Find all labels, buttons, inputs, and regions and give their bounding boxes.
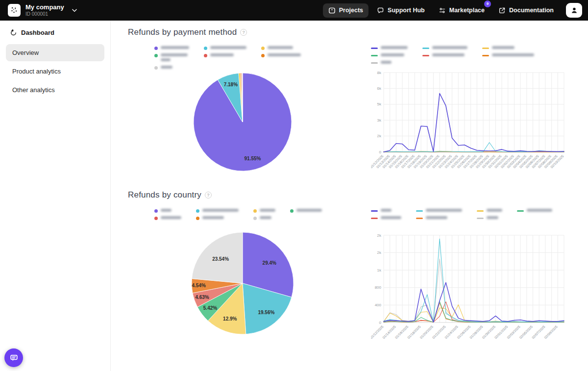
pie-legend-payment-method	[154, 46, 357, 71]
legend-item[interactable]	[154, 46, 189, 51]
svg-text:8k: 8k	[377, 71, 382, 75]
legend-item[interactable]	[204, 46, 246, 51]
chevron-down-icon[interactable]	[72, 9, 77, 12]
legend-label-redacted	[432, 53, 465, 58]
legend-marker-icon	[422, 55, 429, 56]
nav-marketplace[interactable]: Marketplace 9	[433, 3, 490, 18]
legend-label-redacted	[268, 46, 293, 51]
svg-text:19.56%: 19.56%	[258, 310, 274, 315]
company-id: ID 000001	[25, 11, 64, 17]
svg-text:7.18%: 7.18%	[224, 82, 238, 87]
legend-item[interactable]	[253, 216, 275, 221]
legend-label-redacted	[527, 209, 552, 214]
legend-item[interactable]	[416, 209, 462, 214]
marketplace-sliders-icon	[439, 7, 446, 14]
legend-item[interactable]	[371, 53, 408, 58]
legend-label-redacted	[161, 216, 181, 221]
svg-text:3k: 3k	[377, 118, 382, 123]
svg-text:0: 0	[379, 150, 382, 154]
svg-text:02/09/2025: 02/09/2025	[543, 325, 558, 340]
company-selector[interactable]: My company ID 000001	[25, 4, 64, 17]
help-icon[interactable]: ?	[205, 192, 212, 198]
legend-marker-icon	[371, 210, 378, 212]
legend-marker-icon	[371, 218, 378, 219]
legend-item[interactable]	[422, 53, 467, 58]
legend-label-redacted	[381, 209, 392, 214]
legend-label-redacted	[161, 53, 188, 63]
legend-label-redacted	[210, 53, 234, 58]
sidebar-item-product-analytics[interactable]: Product analytics	[6, 63, 104, 80]
legend-item[interactable]	[154, 53, 189, 63]
legend-marker-icon	[154, 66, 158, 70]
svg-text:29.4%: 29.4%	[263, 260, 276, 266]
legend-item[interactable]	[416, 216, 462, 221]
legend-item[interactable]	[371, 216, 401, 221]
legend-item[interactable]	[371, 61, 408, 66]
legend-item[interactable]	[477, 209, 502, 214]
legend-label-redacted	[202, 209, 239, 214]
legend-item[interactable]	[482, 53, 534, 58]
projects-icon	[328, 7, 336, 14]
legend-item[interactable]	[371, 46, 408, 51]
section-refunds-by-payment-method: Refunds by payment method ? 91.55%7.18% …	[128, 27, 588, 180]
legend-label-redacted	[381, 216, 401, 221]
svg-text:4.63%: 4.63%	[195, 295, 209, 300]
legend-marker-icon	[371, 48, 378, 49]
nav-documentation[interactable]: Documentation	[493, 3, 559, 18]
legend-marker-icon	[204, 54, 207, 57]
legend-item[interactable]	[196, 209, 239, 214]
country-pie-chart: 29.4%19.56%12.9%5.42%4.63%4.54%23.54%	[128, 231, 357, 335]
legend-item[interactable]	[196, 216, 239, 221]
legend-item[interactable]	[261, 53, 301, 58]
nav-support-hub[interactable]: Support Hub	[371, 3, 430, 18]
payment-method-line-chart: 02k3k5k6k8k01/12/202501/13/202501/14/202…	[371, 69, 569, 180]
nav-projects-label: Projects	[339, 7, 363, 14]
legend-label-redacted	[381, 53, 404, 58]
svg-text:91.55%: 91.55%	[245, 156, 261, 161]
legend-item[interactable]	[261, 46, 301, 51]
chat-widget-button[interactable]	[4, 348, 23, 367]
legend-item[interactable]	[154, 216, 181, 221]
company-logo[interactable]	[8, 4, 21, 17]
legend-marker-icon	[253, 217, 257, 220]
legend-item[interactable]	[477, 216, 502, 221]
sidebar: Dashboard Overview Product analytics Oth…	[0, 21, 111, 371]
sidebar-item-other-analytics[interactable]: Other analytics	[6, 81, 104, 99]
svg-text:800: 800	[375, 285, 382, 290]
legend-item[interactable]	[204, 53, 246, 58]
documentation-external-link-icon	[498, 7, 506, 14]
payment-method-pie-chart: 91.55%7.18%	[128, 72, 357, 173]
svg-text:2k: 2k	[377, 250, 382, 255]
legend-label-redacted	[210, 46, 246, 51]
legend-marker-icon	[196, 209, 199, 213]
sidebar-item-overview[interactable]: Overview	[6, 44, 104, 61]
svg-text:5.42%: 5.42%	[203, 305, 217, 311]
page-title-refunds-by-country: Refunds by country	[128, 190, 201, 200]
legend-item[interactable]	[253, 209, 275, 214]
legend-marker-icon	[482, 48, 489, 49]
nav-projects[interactable]: Projects	[323, 3, 368, 18]
svg-text:5k: 5k	[377, 102, 382, 106]
svg-text:6k: 6k	[377, 86, 382, 91]
legend-label-redacted	[260, 216, 271, 221]
sidebar-back-dashboard[interactable]: Dashboard	[6, 29, 104, 36]
legend-marker-icon	[204, 47, 207, 50]
svg-text:0: 0	[379, 321, 382, 325]
legend-item[interactable]	[422, 46, 467, 51]
legend-item[interactable]	[517, 209, 552, 214]
legend-item[interactable]	[371, 209, 401, 214]
top-navbar: My company ID 000001 Projects Support Hu…	[0, 0, 588, 21]
legend-label-redacted	[426, 209, 462, 214]
legend-item[interactable]	[290, 209, 322, 214]
legend-item[interactable]	[154, 66, 189, 71]
help-icon[interactable]: ?	[240, 29, 247, 36]
svg-text:12.9%: 12.9%	[223, 316, 237, 322]
user-account-button[interactable]	[566, 3, 582, 18]
line-legend-country	[371, 209, 569, 230]
legend-item[interactable]	[154, 209, 181, 214]
legend-marker-icon	[422, 48, 429, 49]
legend-item[interactable]	[482, 46, 534, 51]
legend-marker-icon	[154, 209, 158, 213]
legend-marker-icon	[371, 62, 378, 64]
nav-marketplace-label: Marketplace	[449, 7, 485, 14]
